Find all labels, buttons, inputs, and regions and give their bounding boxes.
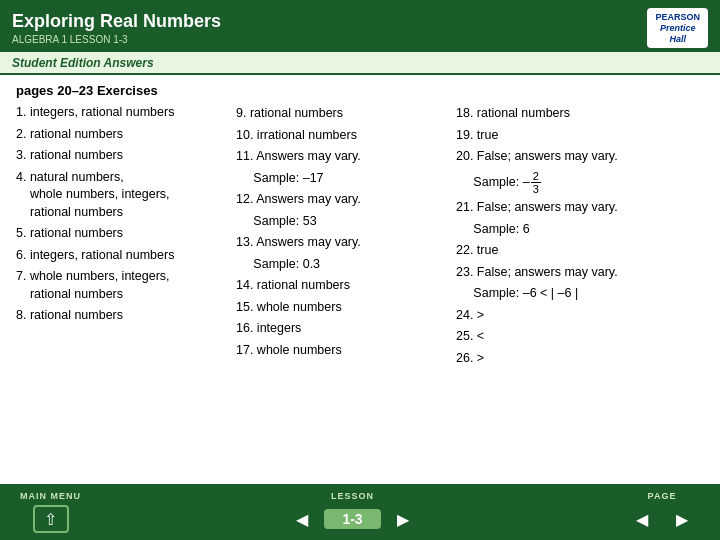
list-item: 16. integers [236, 320, 448, 338]
sea-label: Student Edition Answers [12, 56, 154, 70]
list-item: 20. False; answers may vary. [456, 148, 708, 166]
column-3: 18. rational numbers 19. true 20. False;… [452, 83, 712, 371]
list-item: 12. Answers may vary. [236, 191, 448, 209]
header-subtitle: ALGEBRA 1 LESSON 1-3 [12, 34, 221, 45]
lesson-prev-button[interactable]: ◀ [284, 505, 320, 533]
list-item: 10. irrational numbers [236, 127, 448, 145]
list-item: Sample: –6 < | –6 | [456, 285, 708, 303]
list-item: 14. rational numbers [236, 277, 448, 295]
column-2: 9. rational numbers 10. irrational numbe… [232, 83, 452, 371]
list-item: 9. rational numbers [236, 105, 448, 123]
content-grid: pages 20–23 Exercises 1. integers, ratio… [12, 83, 708, 371]
list-item: 1. integers, rational numbers [16, 104, 228, 122]
lesson-section: LESSON ◀ 1-3 ▶ [284, 491, 420, 533]
list-item: Sample: 0.3 [236, 256, 448, 274]
list-item: 18. rational numbers [456, 105, 708, 123]
logo-prentice: Prentice [655, 23, 700, 34]
main-menu-button[interactable]: ⇧ [33, 505, 69, 533]
lesson-next-button[interactable]: ▶ [385, 505, 421, 533]
main-menu-section: MAIN MENU ⇧ [20, 491, 81, 533]
pages-header: pages 20–23 Exercises [16, 83, 228, 98]
list-item: 3. rational numbers [16, 147, 228, 165]
pearson-logo: PEARSON Prentice Hall [647, 8, 708, 48]
list-item: Sample: –23 [456, 170, 708, 195]
list-item: 7. whole numbers, integers, rational num… [16, 268, 228, 303]
list-item: 22. true [456, 242, 708, 260]
list-item: 23. False; answers may vary. [456, 264, 708, 282]
list-item: 24. > [456, 307, 708, 325]
logo-hall: Hall [655, 34, 700, 45]
list-item: 5. rational numbers [16, 225, 228, 243]
list-item: 19. true [456, 127, 708, 145]
list-item: 6. integers, rational numbers [16, 247, 228, 265]
lesson-number: 1-3 [342, 511, 362, 527]
column-1: pages 20–23 Exercises 1. integers, ratio… [12, 83, 232, 371]
footer: MAIN MENU ⇧ LESSON ◀ 1-3 ▶ PAGE ◀ ▶ [0, 484, 720, 540]
lesson-badge: 1-3 [324, 509, 380, 529]
lesson-label: LESSON [331, 491, 374, 501]
list-item: 17. whole numbers [236, 342, 448, 360]
main-content: pages 20–23 Exercises 1. integers, ratio… [0, 75, 720, 379]
list-item: 11. Answers may vary. [236, 148, 448, 166]
list-item: 26. > [456, 350, 708, 368]
list-item: Sample: 53 [236, 213, 448, 231]
page-section: PAGE ◀ ▶ [624, 491, 700, 533]
header-title: Exploring Real Numbers [12, 11, 221, 32]
list-item: 13. Answers may vary. [236, 234, 448, 252]
header: Exploring Real Numbers ALGEBRA 1 LESSON … [0, 0, 720, 52]
page-prev-button[interactable]: ◀ [624, 505, 660, 533]
list-item: Sample: –17 [236, 170, 448, 188]
logo-pearson: PEARSON [655, 12, 700, 23]
list-item: 25. < [456, 328, 708, 346]
sea-bar: Student Edition Answers [0, 52, 720, 75]
page-label: PAGE [648, 491, 677, 501]
list-item: 4. natural numbers, whole numbers, integ… [16, 169, 228, 222]
list-item: 8. rational numbers [16, 307, 228, 325]
page-next-button[interactable]: ▶ [664, 505, 700, 533]
list-item: 2. rational numbers [16, 126, 228, 144]
list-item: 15. whole numbers [236, 299, 448, 317]
header-text: Exploring Real Numbers ALGEBRA 1 LESSON … [12, 11, 221, 45]
list-item: Sample: 6 [456, 221, 708, 239]
page-nav-pair: ◀ ▶ [624, 505, 700, 533]
main-menu-label: MAIN MENU [20, 491, 81, 501]
list-item: 21. False; answers may vary. [456, 199, 708, 217]
